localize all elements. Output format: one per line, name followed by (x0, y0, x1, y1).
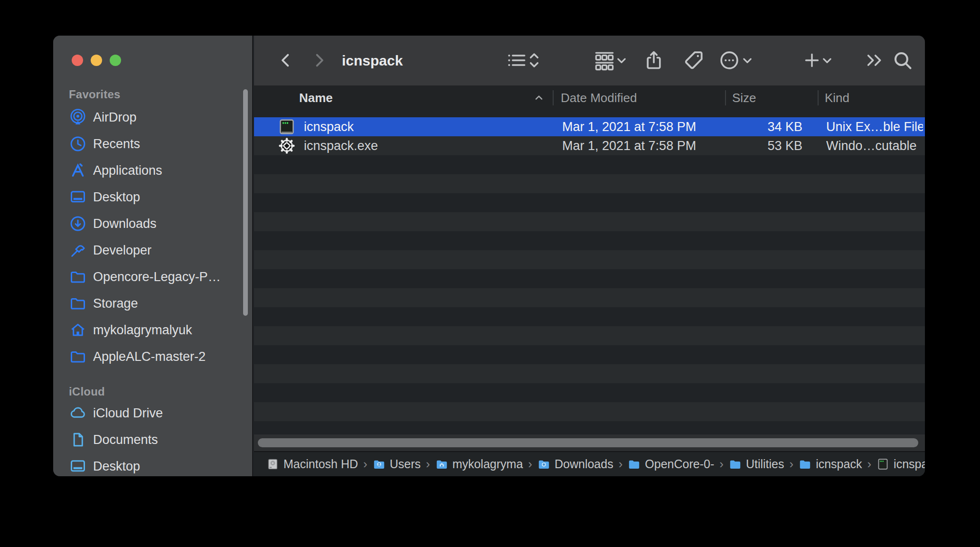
sidebar-item-applealc[interactable]: AppleALC-master-2 (53, 343, 252, 370)
column-header-kind[interactable]: Kind (825, 85, 849, 110)
folder-downloads-icon (537, 458, 550, 471)
file-name: icnspack.exe (304, 136, 551, 155)
sidebar-item-applications[interactable]: Applications (53, 157, 252, 184)
document-icon (69, 431, 87, 449)
group-by-icon[interactable] (593, 50, 616, 70)
sidebar-item-label: AirDrop (93, 110, 238, 125)
sidebar-item-label: Downloads (93, 217, 238, 231)
screen: Favorites AirDrop Recents (0, 0, 980, 547)
sidebar-item-recents[interactable]: Recents (53, 131, 252, 157)
tag-icon[interactable] (682, 50, 705, 70)
search-icon[interactable] (892, 50, 914, 70)
horizontal-scrollbar-thumb[interactable] (258, 438, 918, 447)
file-row-icnspack-exe[interactable]: icnspack.exe Mar 1, 2021 at 7:58 PM 53 K… (254, 136, 925, 155)
folder-icon (69, 348, 87, 366)
path-separator: › (719, 457, 724, 472)
forward-button[interactable] (309, 50, 329, 70)
sidebar-item-airdrop[interactable]: AirDrop (53, 104, 252, 131)
path-segment-opencore[interactable]: OpenCore-0- (628, 457, 714, 471)
minimize-button[interactable] (91, 55, 102, 66)
sidebar-item-label: Developer (93, 243, 238, 258)
finder-window: Favorites AirDrop Recents (53, 36, 925, 476)
hammer-icon (69, 241, 87, 259)
clock-icon (69, 135, 87, 153)
path-segment-icnspack-file[interactable]: icnspack (876, 457, 925, 471)
column-header-size[interactable]: Size (732, 85, 756, 110)
chevron-down-icon[interactable] (740, 50, 754, 70)
sort-chevrons-icon[interactable] (527, 50, 542, 70)
folder-icon (628, 458, 641, 471)
path-segment-users[interactable]: Users (373, 457, 421, 471)
path-separator: › (867, 457, 871, 472)
list-view-icon[interactable] (505, 50, 528, 70)
folder-icon (69, 268, 87, 286)
sidebar-item-storage[interactable]: Storage (53, 290, 252, 317)
file-date-modified: Mar 1, 2021 at 7:58 PM (562, 117, 719, 136)
sidebar-item-documents[interactable]: Documents (53, 426, 252, 453)
chevron-down-icon[interactable] (614, 50, 629, 70)
toolbar: icnspack (254, 36, 925, 85)
sidebar-item-icloud-drive[interactable]: iCloud Drive (53, 400, 252, 426)
path-separator: › (426, 457, 430, 472)
main-area: icnspack (254, 36, 925, 476)
sidebar: Favorites AirDrop Recents (53, 36, 253, 476)
folder-icon (729, 458, 742, 471)
file-size: 34 KB (715, 117, 802, 136)
show-more-chevrons-icon[interactable] (863, 50, 886, 70)
folder-home-icon (435, 458, 448, 471)
sidebar-item-developer[interactable]: Developer (53, 237, 252, 264)
home-icon (69, 321, 87, 339)
more-actions-icon[interactable] (718, 50, 740, 70)
sidebar-item-label: Documents (93, 433, 238, 447)
sort-ascending-icon (532, 92, 546, 104)
unix-executable-icon (876, 458, 889, 471)
sidebar-item-downloads[interactable]: Downloads (53, 210, 252, 237)
hard-drive-icon (266, 458, 279, 471)
sidebar-item-desktop-icloud[interactable]: Desktop (53, 453, 252, 476)
path-bar: Macintosh HD › Users › (254, 451, 925, 476)
path-segment-home[interactable]: mykolagryma (435, 457, 523, 471)
sidebar-section-icloud: iCloud (69, 385, 105, 398)
sidebar-item-label: Desktop (93, 190, 238, 205)
desktop-icon (69, 188, 87, 206)
file-date-modified: Mar 1, 2021 at 7:58 PM (562, 136, 719, 155)
back-button[interactable] (276, 50, 296, 70)
column-divider[interactable] (553, 90, 554, 105)
sidebar-item-opencore-legacy[interactable]: Opencore-Legacy-P… (53, 264, 252, 290)
sidebar-item-label: Applications (93, 163, 238, 178)
zoom-button[interactable] (110, 55, 121, 66)
column-header-row: Name Date Modified Size Kind (254, 85, 925, 110)
path-segment-macintosh-hd[interactable]: Macintosh HD (266, 457, 358, 471)
chevron-down-icon[interactable] (820, 50, 834, 70)
sidebar-scrollbar[interactable] (243, 89, 248, 316)
unix-executable-icon (278, 118, 295, 135)
file-row-icnspack[interactable]: icnspack Mar 1, 2021 at 7:58 PM 34 KB Un… (254, 117, 925, 136)
path-segment-downloads[interactable]: Downloads (537, 457, 613, 471)
sidebar-item-desktop[interactable]: Desktop (53, 184, 252, 210)
desktop-icon (69, 457, 87, 475)
file-kind: Windo…cutable (826, 136, 923, 155)
folder-users-icon (373, 458, 386, 471)
column-divider[interactable] (818, 90, 819, 105)
column-header-date-modified[interactable]: Date Modified (561, 85, 637, 110)
sidebar-section-favorites: Favorites (69, 88, 121, 101)
path-segment-utilities[interactable]: Utilities (729, 457, 784, 471)
folder-icon (799, 458, 811, 471)
path-segment-icnspack-folder[interactable]: icnspack (799, 457, 862, 471)
sidebar-item-home[interactable]: mykolagrymalyuk (53, 317, 252, 343)
cloud-icon (69, 404, 87, 422)
sidebar-item-label: Storage (93, 296, 238, 311)
sidebar-item-label: Opencore-Legacy-P… (93, 270, 238, 284)
path-separator: › (619, 457, 623, 472)
path-separator: › (528, 457, 532, 472)
sidebar-item-label: Desktop (93, 459, 238, 474)
app-store-icon (69, 161, 87, 179)
sidebar-item-label: AppleALC-master-2 (93, 349, 238, 364)
column-divider[interactable] (725, 90, 726, 105)
column-header-name[interactable]: Name (299, 85, 333, 110)
sidebar-item-label: mykolagrymalyuk (93, 323, 238, 338)
file-name: icnspack (304, 117, 551, 136)
horizontal-scrollbar-track[interactable] (254, 434, 925, 451)
close-button[interactable] (72, 55, 83, 66)
share-icon[interactable] (643, 50, 665, 70)
